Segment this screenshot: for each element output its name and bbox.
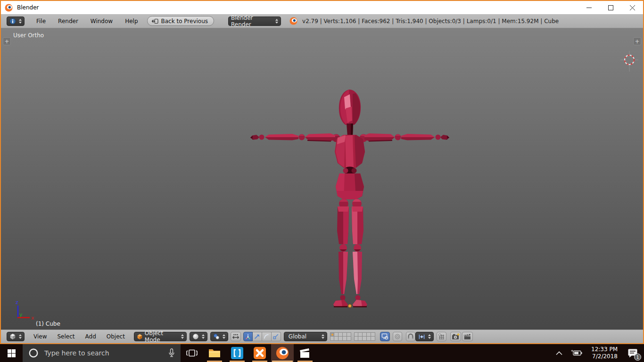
clapperboard-icon xyxy=(463,333,471,340)
translate-arrow-icon xyxy=(254,333,260,340)
video-app-button[interactable] xyxy=(294,344,316,362)
back-to-previous-button[interactable]: Back to Previous xyxy=(147,16,215,26)
scene-stats: v2.79 | Verts:1,106 | Faces:962 | Tris:1… xyxy=(302,18,559,25)
file-explorer-button[interactable] xyxy=(203,344,226,362)
magnet-icon xyxy=(407,333,414,340)
orientation-value: Global xyxy=(287,333,319,340)
menu-object[interactable]: Object xyxy=(101,330,130,343)
menu-help[interactable]: Help xyxy=(119,15,144,28)
menu-file[interactable]: File xyxy=(30,15,52,28)
editor-type-spinner[interactable] xyxy=(18,19,23,24)
mode-select-spinner[interactable] xyxy=(180,334,185,339)
xampp-icon xyxy=(253,346,266,360)
layer-block-left[interactable] xyxy=(330,332,351,341)
pivot-point-select[interactable] xyxy=(210,332,228,341)
layer-16[interactable] xyxy=(354,337,358,341)
task-view-button[interactable] xyxy=(181,344,203,362)
manipulator-toggle-button[interactable] xyxy=(231,332,241,341)
pivot-spinner[interactable] xyxy=(222,334,226,339)
layer-4[interactable] xyxy=(343,332,347,337)
opengl-render-anim-button[interactable] xyxy=(462,332,473,341)
render-engine-select[interactable]: Blender Render xyxy=(228,16,281,26)
layer-3[interactable] xyxy=(339,332,343,337)
maximize-button[interactable] xyxy=(600,1,621,14)
layer-5[interactable] xyxy=(347,332,351,337)
titlebar[interactable]: Blender xyxy=(1,0,643,14)
layer-15[interactable] xyxy=(347,337,351,341)
lock-to-scene-icon xyxy=(381,333,388,340)
layer-2[interactable] xyxy=(334,332,339,337)
layer-6[interactable] xyxy=(354,332,358,337)
viewport-editor-type-selector[interactable] xyxy=(7,332,25,341)
chevron-up-icon xyxy=(556,351,562,355)
shading-sphere-icon xyxy=(192,333,199,340)
battery-charging-icon xyxy=(571,350,582,356)
blender-task-icon xyxy=(276,346,289,360)
close-button[interactable] xyxy=(621,1,643,14)
viewport-shading-select[interactable] xyxy=(190,332,207,341)
blender-logo-small-icon xyxy=(289,17,297,25)
layer-7[interactable] xyxy=(358,332,363,337)
microphone-icon[interactable] xyxy=(168,348,175,358)
mode-select[interactable]: Object Mode xyxy=(134,332,187,341)
snap-toggle-button[interactable] xyxy=(406,332,415,341)
manipulator-rotate-arrow-button[interactable] xyxy=(253,332,262,341)
xampp-button[interactable] xyxy=(248,344,271,362)
layer-13[interactable] xyxy=(339,337,343,341)
mode-select-value: Object Mode xyxy=(145,330,178,343)
layer-12[interactable] xyxy=(334,337,339,341)
transform-orientation-select[interactable]: Global xyxy=(284,332,327,341)
blender-task-button[interactable] xyxy=(271,344,294,362)
scene-lock-button[interactable] xyxy=(380,332,390,341)
taskbar-search-input[interactable]: Type here to search xyxy=(23,344,181,362)
manipulator-translate-button[interactable] xyxy=(243,332,253,341)
battery-status-button[interactable] xyxy=(568,344,586,362)
menu-add[interactable]: Add xyxy=(80,330,101,343)
active-object-label: (1) Cube xyxy=(36,321,60,327)
task-view-icon xyxy=(186,349,198,357)
start-button[interactable] xyxy=(0,344,23,362)
snap-grid-button[interactable] xyxy=(437,332,446,341)
action-center-button[interactable]: 1 xyxy=(623,344,642,362)
render-engine-spinner[interactable] xyxy=(274,19,279,24)
layer-19[interactable] xyxy=(367,337,371,341)
menu-window[interactable]: Window xyxy=(84,15,119,28)
layer-20[interactable] xyxy=(371,337,375,341)
info-header: File Render Window Help Back to Previous… xyxy=(1,14,643,28)
layer-8[interactable] xyxy=(363,332,367,337)
brackets-icon xyxy=(231,346,244,360)
blender-window: Blender xyxy=(0,0,644,344)
layers-widget[interactable] xyxy=(330,332,375,341)
layer-9[interactable] xyxy=(367,332,371,337)
mannequin-model xyxy=(250,90,449,308)
layer-11[interactable] xyxy=(330,337,334,341)
editor-type-selector[interactable] xyxy=(7,16,25,26)
shading-spinner[interactable] xyxy=(201,334,206,339)
viewport-editor-spinner[interactable] xyxy=(18,334,23,339)
opengl-render-image-button[interactable] xyxy=(450,332,461,341)
layer-1[interactable] xyxy=(330,332,334,337)
manipulator-scale-button[interactable] xyxy=(272,332,281,341)
manipulator-icon xyxy=(232,333,239,340)
object-origin-dot xyxy=(348,304,352,308)
manipulator-rotate-button[interactable] xyxy=(262,332,272,341)
proportional-edit-select[interactable] xyxy=(393,332,402,341)
menu-render[interactable]: Render xyxy=(52,15,84,28)
proportional-edit-icon xyxy=(394,333,401,340)
layer-17[interactable] xyxy=(358,337,363,341)
layer-14[interactable] xyxy=(343,337,347,341)
layer-10[interactable] xyxy=(371,332,375,337)
taskbar-clock[interactable]: 12:33 PM 7/2/2018 xyxy=(587,346,621,360)
minimize-button[interactable] xyxy=(578,1,600,14)
viewport-3d[interactable]: User Ortho + + xyxy=(1,28,643,329)
layer-block-right[interactable] xyxy=(354,332,375,341)
show-hidden-icons-button[interactable] xyxy=(553,344,566,362)
snap-element-select[interactable] xyxy=(415,332,434,341)
menu-select[interactable]: Select xyxy=(52,330,80,343)
menu-view[interactable]: View xyxy=(28,330,52,343)
brackets-app-button[interactable] xyxy=(226,344,248,362)
clapperboard-app-icon xyxy=(298,347,312,359)
snap-element-spinner[interactable] xyxy=(427,334,432,339)
orientation-spinner[interactable] xyxy=(321,334,325,339)
layer-18[interactable] xyxy=(363,337,367,341)
